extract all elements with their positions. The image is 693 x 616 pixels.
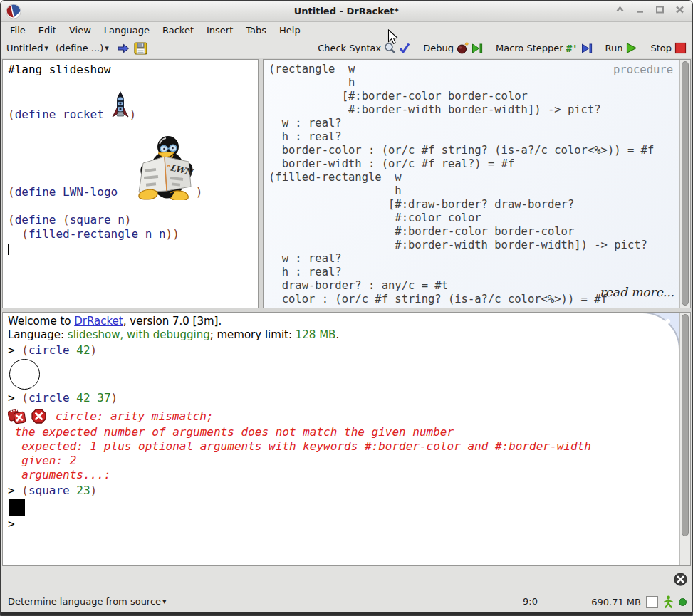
kill-evaluation-icon[interactable]: [674, 573, 687, 586]
bug-report-icon[interactable]: [8, 408, 26, 424]
check-syntax-button[interactable]: Check Syntax: [316, 41, 412, 55]
read-more-link[interactable]: read more...: [600, 285, 674, 299]
docs-text: (rectangle w h [#:border-color border-co…: [264, 60, 690, 306]
macro-play-icon: [581, 43, 593, 54]
language-selector-label: Determine language from source: [8, 596, 161, 607]
bomb-icon: [457, 42, 469, 54]
menu-help[interactable]: Help: [273, 22, 307, 38]
interactions-pane[interactable]: Welcome to DrRacket, version 7.0 [3m]. L…: [2, 312, 691, 566]
check-syntax-label: Check Syntax: [318, 43, 381, 53]
cursor-line: [8, 241, 253, 256]
gc-indicator-dot: [679, 598, 687, 606]
stop-button[interactable]: Stop: [649, 41, 688, 55]
definitions-editor[interactable]: #lang slideshow (define rocket ) (de: [2, 59, 259, 308]
stop-label: Stop: [650, 43, 672, 53]
define-square-line: (define (square n): [8, 213, 253, 227]
save-icon[interactable]: [134, 42, 147, 55]
step-play-icon: [471, 43, 483, 54]
language-line: Language: slideshow, with debugging; mem…: [8, 328, 676, 342]
close-button[interactable]: [674, 4, 685, 15]
stop-icon: [674, 42, 687, 54]
window-title: Untitled - DrRacket*: [1, 1, 692, 22]
macro-stepper-label: Macro Stepper: [496, 43, 563, 53]
docs-scrollbar-thumb[interactable]: [682, 61, 689, 306]
menubar: File Edit View Language Racket Insert Ta…: [1, 22, 692, 38]
error-title: circle: arity mismatch;: [56, 409, 214, 423]
repl-entry-square-23: > (square 23): [8, 484, 676, 498]
run-button[interactable]: Run: [604, 41, 640, 55]
error-stop-icon[interactable]: [31, 409, 46, 424]
maximize-button[interactable]: [655, 4, 665, 15]
drracket-window: Untitled - DrRacket* File Edit View Lang…: [0, 0, 693, 616]
repl-entry-circle-42-37: > (circle 42 37): [8, 391, 676, 405]
define-navigator-label: (define ...): [56, 43, 103, 53]
filled-rectangle-line: (filled-rectangle n n)): [8, 227, 253, 241]
welcome-line: Welcome to DrRacket, version 7.0 [3m].: [8, 315, 676, 328]
hide-interactions-corner-button[interactable]: [642, 313, 679, 350]
lang-line: #lang slideshow: [8, 63, 253, 77]
menu-tabs[interactable]: Tabs: [239, 22, 273, 38]
menu-language[interactable]: Language: [98, 22, 156, 38]
define-lwn-logo-line: (define LWN-logo: [8, 135, 253, 200]
macro-stepper-button[interactable]: Macro Stepper #': [494, 42, 594, 55]
menu-racket[interactable]: Racket: [156, 22, 200, 38]
menu-insert[interactable]: Insert: [200, 22, 239, 38]
error-message-lines: the expected number of arguments does no…: [8, 425, 676, 482]
line-column-indicator: 9:0: [523, 596, 538, 607]
run-label: Run: [605, 43, 623, 53]
define-rocket-line: (define rocket ): [8, 91, 253, 122]
circle-output-image: [9, 359, 40, 390]
memory-usage: 690.71 MB: [591, 597, 641, 607]
status-area: Determine language from source ▾ 9:0 690…: [1, 566, 692, 615]
file-name-dropdown[interactable]: Untitled ▾: [5, 42, 50, 54]
language-selector[interactable]: Determine language from source ▾: [8, 596, 167, 607]
dropdown-arrow-icon: ▾: [105, 45, 109, 52]
square-output-image: [9, 499, 25, 516]
interactions-scrollbar[interactable]: [679, 313, 690, 565]
memory-limit-checkbox[interactable]: [646, 596, 658, 608]
run-icon: [625, 42, 637, 54]
magnifier-icon: [384, 42, 396, 54]
rocket-image: [111, 91, 130, 120]
debug-label: Debug: [423, 43, 454, 53]
window-bottom-border: [1, 612, 692, 615]
macro-hash-icon: #': [566, 43, 578, 54]
define-navigator-dropdown[interactable]: (define ...) ▾: [54, 42, 110, 54]
jump-arrow-icon[interactable]: [118, 43, 130, 53]
text-caret: [8, 244, 9, 255]
toolbar: Untitled ▾ (define ...) ▾ Check Syntax: [1, 38, 692, 58]
repl-prompt[interactable]: >: [8, 517, 676, 531]
repl-entry-circle-42: > (circle 42): [8, 343, 676, 357]
menu-view[interactable]: View: [63, 22, 98, 38]
debug-button[interactable]: Debug: [422, 41, 484, 55]
main-split: #lang slideshow (define rocket ) (de: [1, 58, 692, 309]
error-header: circle: arity mismatch;: [8, 407, 676, 425]
interactions-scrollbar-thumb[interactable]: [682, 314, 689, 536]
docs-popup: (rectangle w h [#:border-color border-co…: [263, 59, 691, 308]
minimize-button[interactable]: [635, 4, 645, 15]
shade-window-button[interactable]: [615, 4, 625, 15]
running-man-icon: [663, 595, 674, 609]
check-icon: [399, 43, 410, 53]
drracket-link[interactable]: DrRacket: [74, 315, 123, 328]
lwn-logo-image: LWN: [125, 135, 196, 200]
dropdown-arrow-icon: ▾: [44, 45, 48, 52]
file-name-label: Untitled: [6, 43, 43, 53]
menu-file[interactable]: File: [4, 22, 32, 38]
procedure-label: procedure: [613, 63, 673, 76]
dropdown-arrow-icon: ▾: [162, 598, 167, 605]
titlebar[interactable]: Untitled - DrRacket*: [1, 1, 692, 22]
menu-edit[interactable]: Edit: [32, 22, 63, 38]
docs-scrollbar[interactable]: [679, 60, 690, 308]
